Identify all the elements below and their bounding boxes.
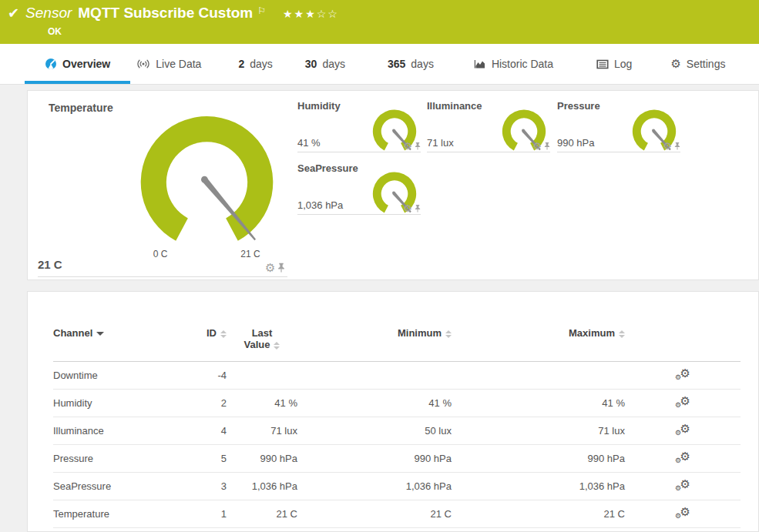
- broadcast-icon: [136, 58, 150, 70]
- cell-last: 71 lux: [227, 417, 297, 445]
- tab-label: days: [411, 58, 434, 70]
- sensor-header: ✔ Sensor MQTT Subscribe Custom ⚐ ★★★☆☆ O…: [0, 0, 759, 44]
- table-row-illuminance: Illuminance 4 71 lux 50 lux 71 lux ⚙⚙: [53, 417, 741, 445]
- log-icon: [596, 59, 609, 70]
- cell-last: 41 %: [227, 390, 297, 417]
- gauge-cell-pressure: Pressure 990 hPa ⚙: [557, 97, 680, 152]
- gauge-icon: [45, 58, 57, 70]
- gauge-value: 990 hPa: [557, 137, 594, 149]
- sensor-title-row: ✔ Sensor MQTT Subscribe Custom ⚐ ★★★☆☆: [8, 5, 339, 22]
- gauge-actions: ⚙: [403, 203, 421, 213]
- cell-id: 1: [180, 500, 227, 528]
- priority-stars[interactable]: ★★★☆☆: [283, 8, 339, 20]
- tab-number: 30: [305, 58, 317, 70]
- gear-icon[interactable]: ⚙: [403, 141, 412, 151]
- status-check-icon: ✔: [8, 5, 19, 22]
- cell-channel[interactable]: Temperature: [53, 500, 180, 528]
- channel-settings-icon[interactable]: ⚙⚙: [675, 423, 690, 437]
- cell-min: 41 %: [297, 390, 452, 417]
- cell-max: 990 hPa: [452, 445, 625, 473]
- tab-bar: Overview Live Data 2 days 30 days 365 da…: [0, 44, 759, 85]
- sort-desc-icon: [96, 332, 104, 336]
- gauge-cell-illuminance: Illuminance 71 lux ⚙: [427, 97, 550, 152]
- cell-last: 1,036 hPa: [227, 473, 297, 500]
- gauge-cell-seapressure: SeaPressure 1,036 hPa ⚙: [297, 159, 421, 215]
- tab-365-days[interactable]: 365 days: [388, 44, 434, 84]
- channel-settings-icon[interactable]: ⚙⚙: [675, 395, 690, 409]
- tab-number: 365: [388, 58, 405, 70]
- tab-overview[interactable]: Overview: [25, 44, 130, 84]
- gear-icon: ⚙: [670, 57, 680, 71]
- column-header-settings: [625, 323, 741, 362]
- gauge-value: 71 lux: [427, 137, 454, 149]
- table-row-pressure: Pressure 5 990 hPa 990 hPa 990 hPa ⚙⚙: [53, 445, 741, 473]
- pin-icon[interactable]: [674, 142, 680, 150]
- tab-live-data[interactable]: Live Data: [136, 44, 201, 84]
- tab-log[interactable]: Log: [596, 44, 632, 84]
- column-header-maximum[interactable]: Maximum: [452, 323, 625, 362]
- cell-max: 1,036 hPa: [452, 473, 625, 500]
- content-area: Temperature 0 C 21 C 21 C ⚙ Humidity: [0, 85, 759, 532]
- gear-icon[interactable]: ⚙: [403, 203, 412, 213]
- status-badge: OK: [48, 26, 62, 37]
- column-header-id[interactable]: ID: [180, 323, 227, 362]
- channel-settings-icon[interactable]: ⚙⚙: [675, 478, 690, 492]
- tab-historic-data[interactable]: Historic Data: [474, 44, 553, 84]
- channels-card: Channel ID Last Value Minimum Maximum: [27, 291, 759, 532]
- pin-icon[interactable]: [415, 204, 421, 212]
- area-chart-icon: [474, 58, 486, 70]
- table-row-seapressure: SeaPressure 3 1,036 hPa 1,036 hPa 1,036 …: [53, 473, 741, 500]
- tab-settings[interactable]: ⚙ Settings: [670, 44, 725, 84]
- pin-icon[interactable]: [544, 142, 550, 150]
- sensor-title: MQTT Subscribe Custom: [78, 5, 253, 22]
- tab-label: days: [250, 58, 273, 70]
- cell-last: 21 C: [227, 500, 297, 528]
- cell-channel[interactable]: Illuminance: [53, 417, 180, 445]
- tab-label: Live Data: [156, 58, 201, 70]
- temperature-value: 21 C: [38, 258, 62, 271]
- cell-min: 21 C: [297, 500, 452, 528]
- gear-icon[interactable]: ⚙: [663, 141, 672, 151]
- tab-2-days[interactable]: 2 days: [238, 44, 272, 84]
- gauge-title: Humidity: [297, 100, 341, 112]
- table-row-downtime: Downtime -4 ⚙⚙: [53, 362, 741, 390]
- gauges-card: Temperature 0 C 21 C 21 C ⚙ Humidity: [27, 90, 759, 280]
- sort-icon: [619, 330, 625, 338]
- channel-settings-icon[interactable]: ⚙⚙: [675, 450, 690, 464]
- gauge-title: SeaPressure: [297, 162, 358, 174]
- table-header-row: Channel ID Last Value Minimum Maximum: [53, 323, 741, 362]
- column-header-minimum[interactable]: Minimum: [297, 323, 452, 362]
- cell-channel[interactable]: Downtime: [53, 362, 180, 390]
- cell-channel[interactable]: SeaPressure: [53, 473, 180, 500]
- cell-id: -4: [180, 362, 227, 390]
- table-row-temperature: Temperature 1 21 C 21 C 21 C ⚙⚙: [53, 500, 741, 528]
- cell-min: [297, 362, 452, 390]
- cell-min: 50 lux: [297, 417, 452, 445]
- gear-icon[interactable]: ⚙: [265, 262, 275, 273]
- column-header-channel[interactable]: Channel: [53, 323, 180, 362]
- gauge-max-label: 21 C: [233, 249, 267, 259]
- column-header-last-value[interactable]: Last Value: [227, 323, 297, 362]
- gauge-actions: ⚙: [532, 141, 550, 151]
- tab-label: Historic Data: [492, 58, 553, 70]
- sort-icon: [220, 330, 227, 338]
- gear-icon[interactable]: ⚙: [532, 141, 542, 151]
- cell-last: [227, 362, 297, 390]
- pin-icon[interactable]: [277, 263, 285, 273]
- divider: [38, 276, 287, 277]
- cell-channel[interactable]: Pressure: [53, 445, 180, 473]
- gauge-min-label: 0 C: [143, 249, 177, 259]
- flag-icon[interactable]: ⚐: [257, 5, 266, 16]
- pin-icon[interactable]: [415, 142, 421, 150]
- tab-30-days[interactable]: 30 days: [305, 44, 345, 84]
- channel-settings-icon[interactable]: ⚙⚙: [675, 367, 690, 381]
- gauge-value: 1,036 hPa: [297, 199, 343, 211]
- cell-max: 41 %: [452, 390, 625, 417]
- gauge-actions: ⚙: [403, 141, 421, 151]
- cell-channel[interactable]: Humidity: [53, 390, 180, 417]
- gauge-value: 41 %: [297, 137, 321, 149]
- main-gauge-title: Temperature: [49, 102, 113, 114]
- cell-max: 71 lux: [452, 417, 625, 445]
- cell-id: 2: [180, 390, 227, 417]
- channel-settings-icon[interactable]: ⚙⚙: [675, 506, 690, 520]
